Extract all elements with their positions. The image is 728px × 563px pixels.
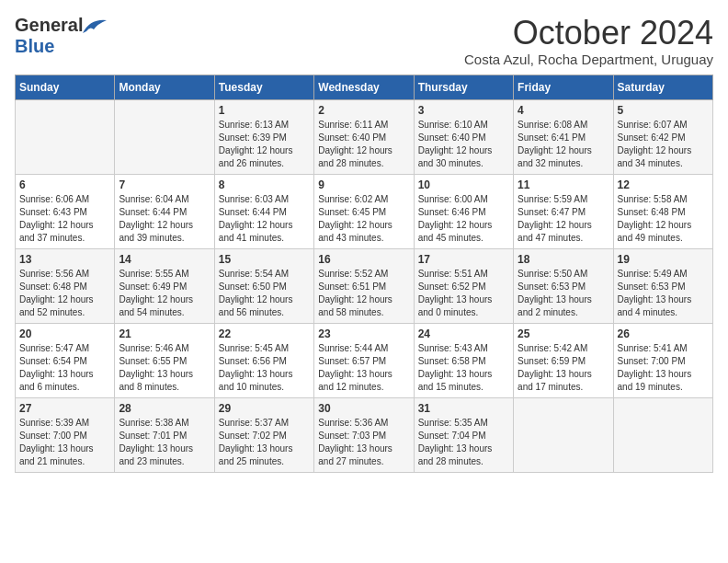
day-number: 15 [219,253,310,266]
day-number: 10 [418,178,509,191]
calendar-cell: 8Sunrise: 6:03 AM Sunset: 6:44 PM Daylig… [214,174,313,248]
calendar-cell: 10Sunrise: 6:00 AM Sunset: 6:46 PM Dayli… [414,174,513,248]
calendar-cell: 23Sunrise: 5:44 AM Sunset: 6:57 PM Dayli… [314,323,414,397]
day-info: Sunrise: 5:58 AM Sunset: 6:48 PM Dayligh… [618,193,709,245]
calendar-cell: 13Sunrise: 5:56 AM Sunset: 6:48 PM Dayli… [16,248,115,323]
day-number: 25 [518,327,609,340]
calendar-cell: 15Sunrise: 5:54 AM Sunset: 6:50 PM Dayli… [214,248,313,323]
day-info: Sunrise: 6:13 AM Sunset: 6:39 PM Dayligh… [219,119,310,170]
day-info: Sunrise: 6:11 AM Sunset: 6:40 PM Dayligh… [318,119,409,170]
day-info: Sunrise: 5:35 AM Sunset: 7:04 PM Dayligh… [418,417,509,468]
calendar-week-row: 13Sunrise: 5:56 AM Sunset: 6:48 PM Dayli… [16,248,713,323]
logo-blue: Blue [15,36,54,57]
calendar-cell: 22Sunrise: 5:45 AM Sunset: 6:56 PM Dayli… [214,323,313,397]
calendar-cell: 6Sunrise: 6:06 AM Sunset: 6:43 PM Daylig… [16,174,115,248]
calendar-cell: 29Sunrise: 5:37 AM Sunset: 7:02 PM Dayli… [214,397,313,472]
day-info: Sunrise: 5:37 AM Sunset: 7:02 PM Dayligh… [219,417,310,468]
day-info: Sunrise: 5:50 AM Sunset: 6:53 PM Dayligh… [518,268,609,319]
day-info: Sunrise: 6:00 AM Sunset: 6:46 PM Dayligh… [418,193,509,245]
day-of-week-header: Thursday [414,75,513,99]
calendar-cell: 26Sunrise: 5:41 AM Sunset: 7:00 PM Dayli… [613,323,712,397]
day-info: Sunrise: 5:59 AM Sunset: 6:47 PM Dayligh… [518,193,609,245]
calendar-cell: 25Sunrise: 5:42 AM Sunset: 6:59 PM Dayli… [514,323,613,397]
day-number: 21 [119,327,210,340]
day-number: 3 [418,104,509,117]
day-info: Sunrise: 5:39 AM Sunset: 7:00 PM Dayligh… [19,417,110,468]
day-number: 7 [119,178,210,191]
calendar-cell: 12Sunrise: 5:58 AM Sunset: 6:48 PM Dayli… [613,174,712,248]
day-of-week-header: Wednesday [314,75,414,99]
day-number: 16 [318,253,409,266]
day-number: 18 [518,253,609,266]
day-info: Sunrise: 6:06 AM Sunset: 6:43 PM Dayligh… [19,193,110,245]
day-info: Sunrise: 5:42 AM Sunset: 6:59 PM Dayligh… [518,342,609,394]
calendar-cell [16,99,115,174]
calendar-cell: 16Sunrise: 5:52 AM Sunset: 6:51 PM Dayli… [314,248,414,323]
day-info: Sunrise: 5:52 AM Sunset: 6:51 PM Dayligh… [318,268,409,319]
day-info: Sunrise: 6:08 AM Sunset: 6:41 PM Dayligh… [518,119,609,170]
calendar-week-row: 1Sunrise: 6:13 AM Sunset: 6:39 PM Daylig… [16,99,713,174]
calendar-cell: 9Sunrise: 6:02 AM Sunset: 6:45 PM Daylig… [314,174,414,248]
day-number: 1 [219,104,310,117]
day-number: 20 [19,327,110,340]
logo-bird-icon [81,17,108,37]
day-number: 31 [418,402,509,415]
day-info: Sunrise: 5:41 AM Sunset: 7:00 PM Dayligh… [618,342,709,394]
day-number: 27 [19,402,110,415]
day-info: Sunrise: 5:44 AM Sunset: 6:57 PM Dayligh… [318,342,409,394]
day-info: Sunrise: 6:07 AM Sunset: 6:42 PM Dayligh… [618,119,709,170]
calendar-cell: 27Sunrise: 5:39 AM Sunset: 7:00 PM Dayli… [16,397,115,472]
calendar-cell [514,397,613,472]
day-of-week-header: Saturday [613,75,712,99]
calendar-cell: 3Sunrise: 6:10 AM Sunset: 6:40 PM Daylig… [414,99,513,174]
day-number: 2 [318,104,409,117]
calendar-cell: 19Sunrise: 5:49 AM Sunset: 6:53 PM Dayli… [613,248,712,323]
day-info: Sunrise: 5:36 AM Sunset: 7:03 PM Dayligh… [318,417,409,468]
day-number: 13 [19,253,110,266]
day-number: 4 [518,104,609,117]
day-number: 5 [618,104,709,117]
calendar-cell [613,397,712,472]
day-of-week-header: Tuesday [214,75,313,99]
day-number: 28 [119,402,210,415]
day-number: 23 [318,327,409,340]
logo-general: General [15,15,83,36]
calendar-cell: 17Sunrise: 5:51 AM Sunset: 6:52 PM Dayli… [414,248,513,323]
day-number: 22 [219,327,310,340]
calendar-cell: 21Sunrise: 5:46 AM Sunset: 6:55 PM Dayli… [115,323,214,397]
day-number: 14 [119,253,210,266]
day-number: 12 [618,178,709,191]
day-info: Sunrise: 5:49 AM Sunset: 6:53 PM Dayligh… [618,268,709,319]
day-info: Sunrise: 5:46 AM Sunset: 6:55 PM Dayligh… [119,342,210,394]
day-number: 6 [19,178,110,191]
page-header: General Blue October 2024 Costa Azul, Ro… [15,15,713,67]
title-block: October 2024 Costa Azul, Rocha Departmen… [464,15,713,67]
calendar-cell: 24Sunrise: 5:43 AM Sunset: 6:58 PM Dayli… [414,323,513,397]
calendar-cell: 2Sunrise: 6:11 AM Sunset: 6:40 PM Daylig… [314,99,414,174]
calendar-header-row: SundayMondayTuesdayWednesdayThursdayFrid… [16,75,713,99]
day-info: Sunrise: 5:54 AM Sunset: 6:50 PM Dayligh… [219,268,310,319]
calendar-cell: 1Sunrise: 6:13 AM Sunset: 6:39 PM Daylig… [214,99,313,174]
day-info: Sunrise: 5:51 AM Sunset: 6:52 PM Dayligh… [418,268,509,319]
calendar-cell: 11Sunrise: 5:59 AM Sunset: 6:47 PM Dayli… [514,174,613,248]
day-info: Sunrise: 5:55 AM Sunset: 6:49 PM Dayligh… [119,268,210,319]
calendar-week-row: 27Sunrise: 5:39 AM Sunset: 7:00 PM Dayli… [16,397,713,472]
day-number: 30 [318,402,409,415]
day-info: Sunrise: 5:56 AM Sunset: 6:48 PM Dayligh… [19,268,110,319]
day-info: Sunrise: 6:10 AM Sunset: 6:40 PM Dayligh… [418,119,509,170]
location-title: Costa Azul, Rocha Department, Uruguay [464,52,713,67]
day-number: 26 [618,327,709,340]
calendar-cell: 28Sunrise: 5:38 AM Sunset: 7:01 PM Dayli… [115,397,214,472]
day-number: 29 [219,402,310,415]
calendar-cell: 14Sunrise: 5:55 AM Sunset: 6:49 PM Dayli… [115,248,214,323]
day-number: 8 [219,178,310,191]
calendar-cell: 20Sunrise: 5:47 AM Sunset: 6:54 PM Dayli… [16,323,115,397]
month-title: October 2024 [464,15,713,52]
day-number: 9 [318,178,409,191]
calendar-cell: 7Sunrise: 6:04 AM Sunset: 6:44 PM Daylig… [115,174,214,248]
calendar-cell: 4Sunrise: 6:08 AM Sunset: 6:41 PM Daylig… [514,99,613,174]
day-info: Sunrise: 5:38 AM Sunset: 7:01 PM Dayligh… [119,417,210,468]
calendar-cell [115,99,214,174]
calendar-cell: 18Sunrise: 5:50 AM Sunset: 6:53 PM Dayli… [514,248,613,323]
day-number: 11 [518,178,609,191]
